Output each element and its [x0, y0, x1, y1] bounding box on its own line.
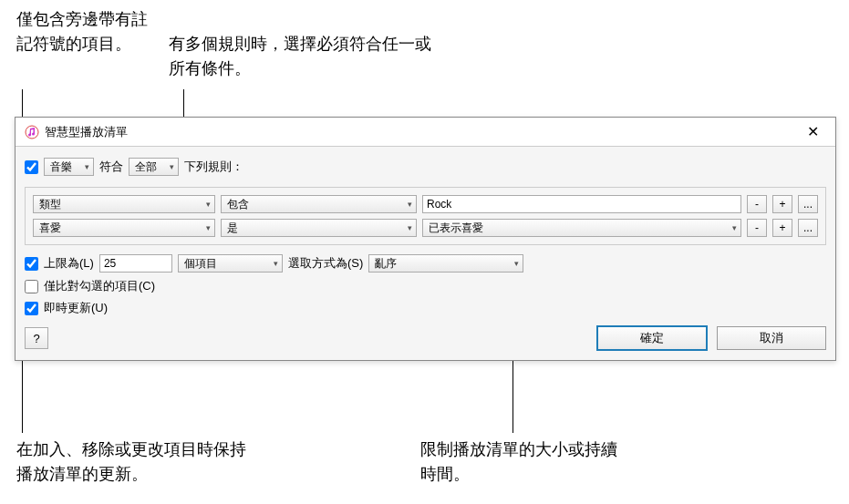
add-rule-button[interactable]: +: [772, 195, 792, 213]
rules-container: 類型 ▾ 包含 ▾ - + ... 喜愛 ▾ 是 ▾: [25, 187, 826, 245]
limit-unit-value: 個項目: [184, 256, 217, 272]
match-checked-checkbox[interactable]: [25, 280, 38, 293]
more-rule-button[interactable]: ...: [798, 195, 818, 213]
select-by-select[interactable]: 亂序 ▾: [368, 254, 523, 273]
help-button[interactable]: ?: [25, 327, 48, 349]
match-checked-label: 僅比對勾選的項目(C): [44, 278, 155, 294]
live-update-row: 即時更新(U): [25, 300, 826, 316]
match-scope-value: 全部: [135, 159, 157, 175]
callout-bottom-left: 在加入、移除或更改項目時保持播放清單的更新。: [16, 437, 254, 487]
close-button[interactable]: ✕: [800, 123, 826, 140]
chevron-down-icon: ▾: [206, 200, 211, 209]
rule-field-value: 類型: [39, 197, 61, 212]
chevron-down-icon: ▾: [206, 223, 211, 232]
rule-field-value: 喜愛: [39, 221, 61, 236]
ok-button[interactable]: 確定: [596, 325, 708, 351]
remove-rule-button[interactable]: -: [747, 219, 767, 237]
dialog-body: 音樂 ▾ 符合 全部 ▾ 下列規則： 類型 ▾ 包含 ▾ -: [16, 147, 835, 360]
rule-operator-select[interactable]: 包含 ▾: [221, 195, 417, 213]
chevron-down-icon: ▾: [85, 162, 89, 171]
rule-value-input[interactable]: [422, 195, 741, 213]
rule-field-select[interactable]: 類型 ▾: [33, 195, 215, 213]
svg-point-0: [26, 126, 38, 139]
limit-checkbox[interactable]: [25, 257, 38, 271]
callout-top-right: 有多個規則時，選擇必須符合任一或所有條件。: [169, 32, 442, 81]
more-rule-button[interactable]: ...: [798, 219, 818, 237]
limit-label: 上限為(L): [44, 255, 94, 272]
chevron-down-icon: ▾: [170, 162, 174, 171]
live-update-label: 即時更新(U): [44, 300, 108, 316]
live-update-checkbox[interactable]: [25, 302, 38, 315]
dialog-footer: ? 確定 取消: [25, 325, 826, 351]
chevron-down-icon: ▾: [274, 259, 278, 268]
match-scope-select[interactable]: 全部 ▾: [129, 158, 179, 176]
rule-value-select[interactable]: 已表示喜愛 ▾: [422, 219, 741, 237]
limit-unit-select[interactable]: 個項目 ▾: [178, 254, 283, 273]
chevron-down-icon: ▾: [408, 200, 412, 209]
limit-row: 上限為(L) 個項目 ▾ 選取方式為(S) 亂序 ▾: [25, 254, 826, 273]
smart-playlist-dialog: 智慧型播放清單 ✕ 音樂 ▾ 符合 全部 ▾ 下列規則： 類型 ▾: [15, 117, 836, 361]
add-rule-button[interactable]: +: [772, 219, 792, 237]
chevron-down-icon: ▾: [408, 223, 412, 232]
media-type-select[interactable]: 音樂 ▾: [44, 158, 94, 176]
limit-value-input[interactable]: [99, 254, 172, 273]
itunes-icon: [25, 125, 39, 139]
callout-bottom-right: 限制播放清單的大小或持續時間。: [420, 437, 621, 487]
callout-top-left: 僅包含旁邊帶有註記符號的項目。: [16, 7, 162, 57]
rule-field-select[interactable]: 喜愛 ▾: [33, 219, 215, 237]
dialog-title: 智慧型播放清單: [45, 124, 800, 140]
cancel-button[interactable]: 取消: [717, 326, 826, 350]
media-type-value: 音樂: [50, 159, 72, 175]
match-checked-row: 僅比對勾選的項目(C): [25, 278, 826, 294]
titlebar: 智慧型播放清單 ✕: [16, 118, 835, 147]
rule-operator-value: 是: [227, 221, 238, 236]
select-by-value: 亂序: [375, 256, 397, 272]
remove-rule-button[interactable]: -: [747, 195, 767, 213]
rules-suffix-label: 下列規則：: [184, 159, 243, 175]
select-by-label: 選取方式為(S): [288, 255, 363, 272]
chevron-down-icon: ▾: [514, 259, 519, 268]
rule-operator-value: 包含: [227, 197, 249, 212]
rule-value-text: 已表示喜愛: [429, 221, 483, 236]
enable-rules-checkbox[interactable]: [25, 160, 38, 174]
rule-row: 喜愛 ▾ 是 ▾ 已表示喜愛 ▾ - + ...: [33, 219, 818, 237]
rule-operator-select[interactable]: 是 ▾: [221, 219, 417, 237]
rule-row: 類型 ▾ 包含 ▾ - + ...: [33, 195, 818, 213]
match-rules-row: 音樂 ▾ 符合 全部 ▾ 下列規則：: [25, 158, 826, 176]
chevron-down-icon: ▾: [732, 223, 737, 232]
match-label: 符合: [99, 159, 123, 175]
